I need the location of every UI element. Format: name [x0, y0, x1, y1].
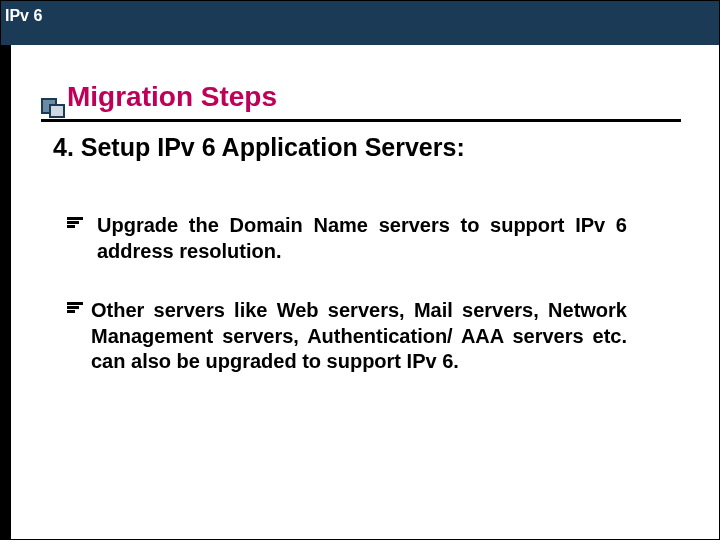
content-area: Upgrade the Domain Name servers to suppo… [67, 213, 627, 409]
bullet-icon [67, 213, 91, 264]
list-item: Other servers like Web servers, Mail ser… [67, 298, 627, 375]
title-decor-icon [41, 98, 69, 118]
bullet-text: Other servers like Web servers, Mail ser… [91, 298, 627, 375]
slide-title: Migration Steps [67, 81, 685, 113]
header-label: IPv 6 [5, 7, 42, 25]
header-band [1, 1, 719, 45]
title-row: Migration Steps [67, 81, 685, 113]
title-underline [41, 119, 681, 122]
slide: IPv 6 Migration Steps 4. Setup IPv 6 App… [0, 0, 720, 540]
slide-subtitle: 4. Setup IPv 6 Application Servers: [53, 133, 465, 162]
bullet-text: Upgrade the Domain Name servers to suppo… [91, 213, 627, 264]
left-beam [1, 45, 11, 540]
list-item: Upgrade the Domain Name servers to suppo… [67, 213, 627, 264]
bullet-icon [67, 298, 91, 375]
